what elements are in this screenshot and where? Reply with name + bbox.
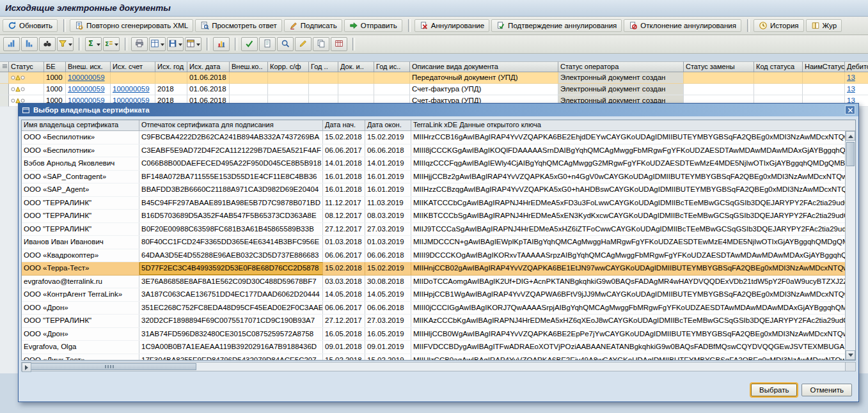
horizontal-scrollbar[interactable]	[21, 362, 856, 371]
attachments-button[interactable]	[313, 37, 329, 51]
column-header-public-key[interactable]: TerraLink xDE Данные открытого ключа	[411, 120, 855, 131]
certificate-row[interactable]: ООО «SAP_Contragent» BF148A072BA711555E1…	[22, 171, 845, 184]
column-header-status-name[interactable]: НаимСтатус	[803, 61, 845, 72]
column-header-ext-number[interactable]: Внеш. исх.	[66, 61, 111, 72]
certificate-row[interactable]: ООО "ТЕРРАЛИНК" B0F20E00988C63598FC681B3…	[22, 223, 845, 237]
column-header-status[interactable]: Статус	[9, 61, 44, 72]
edit-button[interactable]	[295, 37, 312, 51]
column-header-valid-from[interactable]: Дата нач.	[323, 120, 365, 131]
column-header-valid-to[interactable]: Дата окон.	[365, 120, 411, 131]
scroll-up-button[interactable]	[846, 131, 855, 141]
column-header-ext-corr[interactable]: Внеш.ко..	[230, 61, 268, 72]
certificate-row[interactable]: ООО «Терра-Тест» 5D77F2EC3C4B4993592D53E…	[22, 262, 845, 276]
print-button[interactable]	[131, 37, 148, 51]
cell-debitor-link[interactable]: 13	[845, 84, 868, 95]
certificate-row[interactable]: Вэбов Арнольд Яковлевич C066B8B00DAEFECE…	[22, 157, 845, 171]
grid-row[interactable]: 1000 100000059 01.06.2018 Передаточный д…	[0, 72, 868, 84]
close-button[interactable]	[845, 105, 855, 114]
cell-debitor-link[interactable]: 13	[845, 72, 868, 84]
column-header-owner[interactable]: Имя владельца сертификата	[22, 120, 139, 131]
dialog-title-bar[interactable]: Выбор владельца сертификата	[19, 104, 858, 116]
row-selector[interactable]	[0, 95, 9, 107]
dialog-title: Выбор владельца сертификата	[33, 106, 150, 114]
subtotal-button[interactable]: Σ	[103, 37, 120, 51]
cell-valid-to: 14.05.2019	[365, 288, 411, 301]
find-button[interactable]	[39, 37, 56, 51]
sign-button[interactable]: Подписать	[284, 19, 342, 32]
row-selector[interactable]	[0, 72, 9, 84]
certificate-row[interactable]: ООО «Квадрокоптер» 64DAA3D5E4D55288E96AE…	[22, 249, 845, 263]
thumb-grip	[105, 365, 114, 368]
display-document-button[interactable]	[259, 37, 276, 51]
column-header-fingerprint[interactable]: Отпечаток сертификата для подписания	[139, 120, 323, 131]
graphic-button[interactable]	[213, 37, 230, 51]
annulment-confirm-button[interactable]: Подтверждение аннулирования	[491, 19, 622, 32]
cell-ext-number-link[interactable]: 100000059	[66, 72, 111, 84]
scroll-right-button[interactable]	[22, 362, 31, 372]
certificate-row[interactable]: ООО «Беспилотник» C9FBCBA4222D2B62CA241B…	[22, 131, 845, 144]
cell-ext-number-link[interactable]: 100000059	[66, 84, 111, 95]
certificate-row[interactable]: ООО "ТЕРРАЛИНК" B16D5703689D5A352F4AB547…	[22, 210, 845, 223]
column-header-operator-status[interactable]: Статус оператора	[558, 61, 684, 72]
journal-button[interactable]: Жур	[806, 19, 842, 32]
cell-valid-from: 16.01.2018	[323, 183, 365, 196]
column-header-year-i[interactable]: Год ис..	[374, 61, 410, 72]
column-header-out-invoice[interactable]: Исх. счет	[111, 61, 155, 72]
column-header-be[interactable]: БЕ	[44, 61, 66, 72]
sort-asc-button[interactable]	[3, 37, 20, 51]
certificate-row[interactable]: Evgrafova, Olga 1C9A00B0B7A1EAEAA119B392…	[22, 341, 845, 354]
column-header-doc-type[interactable]: Описание вида документа	[410, 61, 558, 72]
annulment-button[interactable]: Аннулирование	[414, 19, 489, 32]
regenerate-xml-button[interactable]: Повторно сгенерировать XML	[70, 19, 193, 32]
cell-public-key: MIIKATCCCbCgAwIBAgIRAPNJ4HrEDMeA5xFD3u3F…	[411, 197, 845, 210]
horizontal-scroll-thumb[interactable]	[22, 363, 196, 370]
sort-desc-button[interactable]	[21, 37, 38, 51]
vertical-scroll-thumb[interactable]	[846, 142, 855, 166]
column-header-out-year[interactable]: Исх. год	[155, 61, 187, 72]
export-button[interactable]	[167, 37, 184, 51]
column-header-out-date[interactable]: Исх. дата	[187, 61, 230, 72]
column-header-status-code[interactable]: Код статуса	[754, 61, 803, 72]
check-entries-button[interactable]	[241, 37, 258, 51]
cell-out-invoice-link[interactable]	[111, 72, 155, 84]
annulment-reject-icon	[629, 21, 638, 30]
column-header-replace-status[interactable]: Статус замены	[684, 61, 754, 72]
certificate-row[interactable]: ООО «SAP_Agent» BBAFDD3B2B6660C21188A971…	[22, 183, 845, 197]
certificate-row[interactable]: ООО "ТЕРРАЛИНК" 320D2CF1898894F69C007551…	[22, 315, 845, 328]
cell-valid-from: 11.12.2017	[323, 197, 365, 210]
table-settings-button[interactable]	[331, 37, 347, 51]
refresh-button[interactable]: Обновить	[3, 19, 58, 32]
view-response-button[interactable]: Просмотреть ответ	[195, 19, 282, 32]
certificate-row[interactable]: evgrafovao@terralink.ru 3E76A86858E8AF8A…	[22, 276, 845, 289]
total-button[interactable]: Σ	[85, 37, 102, 51]
send-button[interactable]: Отправить	[344, 19, 402, 32]
certificate-row[interactable]: ООО «Линк-Тест» 17F304BA8255E9ED84796D54…	[22, 354, 845, 361]
select-all-icon	[2, 63, 8, 70]
choose-button[interactable]: Выбрать	[751, 384, 797, 396]
filter-button[interactable]	[57, 37, 74, 51]
cell-out-invoice-link[interactable]: 100000059	[111, 84, 155, 95]
row-selector[interactable]	[0, 84, 9, 95]
column-header-year[interactable]: Год ..	[309, 61, 338, 72]
layout-button[interactable]	[185, 37, 201, 51]
cell-out-date: 01.06.2018	[187, 72, 230, 84]
certificate-row[interactable]: Иванов Иван Иванович 80F40CC1FCD24F3365D…	[22, 236, 845, 249]
scroll-down-button[interactable]	[846, 350, 855, 360]
certificate-row[interactable]: ООО «Дрон» 351EC268C752FC8EDA48D95CF45EA…	[22, 302, 845, 315]
vertical-scrollbar[interactable]	[845, 131, 855, 360]
column-header-doc[interactable]: Док. и..	[338, 61, 374, 72]
cell-valid-from: 16.01.2018	[323, 171, 365, 183]
history-button[interactable]: История	[754, 19, 804, 32]
annulment-reject-button[interactable]: Отклонение аннулирования	[624, 19, 741, 32]
certificate-row[interactable]: ООО «КонтрАгент TerraLink» 3A187C063CAE1…	[22, 288, 845, 302]
column-header-debitor[interactable]: Дебито..	[845, 61, 868, 72]
certificate-row[interactable]: ООО «Беспилотник» C3EABF5E9AD72D4F2CA112…	[22, 144, 845, 158]
certificate-row[interactable]: ООО "ТЕРРАЛИНК" B45C94FF297ABAAE891BA98E…	[22, 197, 845, 210]
column-header-corr-sf[interactable]: Корр. с/ф	[268, 61, 309, 72]
zoom-button[interactable]	[277, 37, 294, 51]
grid-row[interactable]: 1000 100000059 100000059 2018 01.06.2018…	[0, 84, 868, 95]
views-button[interactable]	[149, 37, 166, 51]
cancel-button[interactable]: Отменить	[801, 384, 852, 396]
select-all-corner[interactable]	[0, 61, 9, 72]
certificate-row[interactable]: ООО «Дрон» 31AB74FD596D832480CE3015C0875…	[22, 328, 845, 341]
